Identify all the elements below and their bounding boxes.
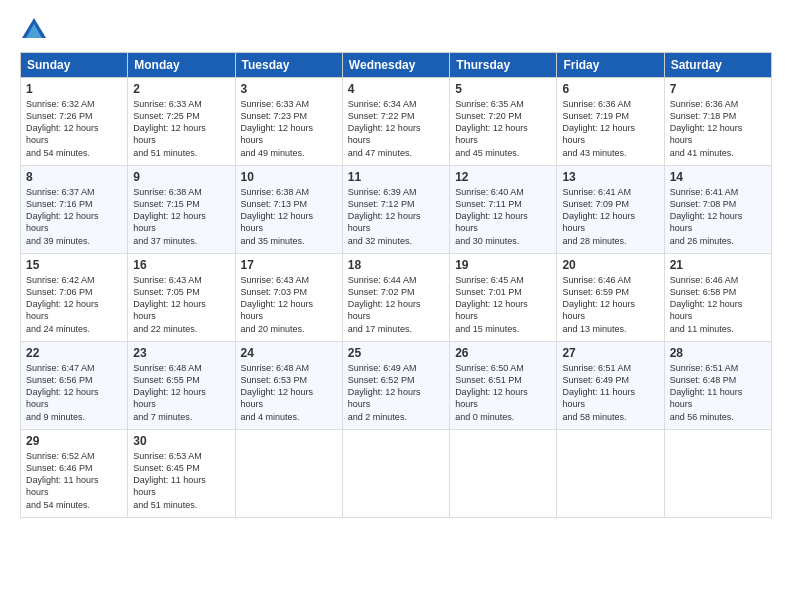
cell-content: Sunrise: 6:49 AM Sunset: 6:52 PM Dayligh…: [348, 362, 444, 423]
calendar-cell: 23 Sunrise: 6:48 AM Sunset: 6:55 PM Dayl…: [128, 342, 235, 430]
cell-content: Sunrise: 6:36 AM Sunset: 7:19 PM Dayligh…: [562, 98, 658, 159]
cell-content: Sunrise: 6:45 AM Sunset: 7:01 PM Dayligh…: [455, 274, 551, 335]
cell-content: Sunrise: 6:38 AM Sunset: 7:13 PM Dayligh…: [241, 186, 337, 247]
cell-content: Sunrise: 6:38 AM Sunset: 7:15 PM Dayligh…: [133, 186, 229, 247]
calendar-cell: 7 Sunrise: 6:36 AM Sunset: 7:18 PM Dayli…: [664, 78, 771, 166]
calendar-cell: [557, 430, 664, 518]
calendar-cell: 26 Sunrise: 6:50 AM Sunset: 6:51 PM Dayl…: [450, 342, 557, 430]
cell-content: Sunrise: 6:40 AM Sunset: 7:11 PM Dayligh…: [455, 186, 551, 247]
calendar-cell: 6 Sunrise: 6:36 AM Sunset: 7:19 PM Dayli…: [557, 78, 664, 166]
cell-content: Sunrise: 6:41 AM Sunset: 7:08 PM Dayligh…: [670, 186, 766, 247]
day-number: 30: [133, 434, 229, 448]
calendar-week-row: 1 Sunrise: 6:32 AM Sunset: 7:26 PM Dayli…: [21, 78, 772, 166]
cell-content: Sunrise: 6:44 AM Sunset: 7:02 PM Dayligh…: [348, 274, 444, 335]
calendar-cell: [342, 430, 449, 518]
cell-content: Sunrise: 6:51 AM Sunset: 6:48 PM Dayligh…: [670, 362, 766, 423]
day-number: 11: [348, 170, 444, 184]
day-number: 13: [562, 170, 658, 184]
cell-content: Sunrise: 6:35 AM Sunset: 7:20 PM Dayligh…: [455, 98, 551, 159]
day-number: 14: [670, 170, 766, 184]
day-number: 25: [348, 346, 444, 360]
calendar-cell: 28 Sunrise: 6:51 AM Sunset: 6:48 PM Dayl…: [664, 342, 771, 430]
calendar-cell: 13 Sunrise: 6:41 AM Sunset: 7:09 PM Dayl…: [557, 166, 664, 254]
calendar-cell: 11 Sunrise: 6:39 AM Sunset: 7:12 PM Dayl…: [342, 166, 449, 254]
calendar-cell: 5 Sunrise: 6:35 AM Sunset: 7:20 PM Dayli…: [450, 78, 557, 166]
cell-content: Sunrise: 6:53 AM Sunset: 6:45 PM Dayligh…: [133, 450, 229, 511]
calendar-header-row: SundayMondayTuesdayWednesdayThursdayFrid…: [21, 53, 772, 78]
calendar-cell: 25 Sunrise: 6:49 AM Sunset: 6:52 PM Dayl…: [342, 342, 449, 430]
calendar-cell: 14 Sunrise: 6:41 AM Sunset: 7:08 PM Dayl…: [664, 166, 771, 254]
logo: [20, 16, 52, 44]
calendar-header-saturday: Saturday: [664, 53, 771, 78]
calendar-cell: 4 Sunrise: 6:34 AM Sunset: 7:22 PM Dayli…: [342, 78, 449, 166]
cell-content: Sunrise: 6:37 AM Sunset: 7:16 PM Dayligh…: [26, 186, 122, 247]
calendar-cell: 17 Sunrise: 6:43 AM Sunset: 7:03 PM Dayl…: [235, 254, 342, 342]
cell-content: Sunrise: 6:33 AM Sunset: 7:25 PM Dayligh…: [133, 98, 229, 159]
cell-content: Sunrise: 6:51 AM Sunset: 6:49 PM Dayligh…: [562, 362, 658, 423]
calendar-header-friday: Friday: [557, 53, 664, 78]
calendar-cell: 12 Sunrise: 6:40 AM Sunset: 7:11 PM Dayl…: [450, 166, 557, 254]
calendar-cell: 1 Sunrise: 6:32 AM Sunset: 7:26 PM Dayli…: [21, 78, 128, 166]
calendar-cell: 19 Sunrise: 6:45 AM Sunset: 7:01 PM Dayl…: [450, 254, 557, 342]
cell-content: Sunrise: 6:34 AM Sunset: 7:22 PM Dayligh…: [348, 98, 444, 159]
day-number: 1: [26, 82, 122, 96]
day-number: 22: [26, 346, 122, 360]
calendar-header-sunday: Sunday: [21, 53, 128, 78]
page: SundayMondayTuesdayWednesdayThursdayFrid…: [0, 0, 792, 612]
calendar: SundayMondayTuesdayWednesdayThursdayFrid…: [20, 52, 772, 518]
calendar-week-row: 15 Sunrise: 6:42 AM Sunset: 7:06 PM Dayl…: [21, 254, 772, 342]
day-number: 5: [455, 82, 551, 96]
calendar-cell: 16 Sunrise: 6:43 AM Sunset: 7:05 PM Dayl…: [128, 254, 235, 342]
cell-content: Sunrise: 6:39 AM Sunset: 7:12 PM Dayligh…: [348, 186, 444, 247]
cell-content: Sunrise: 6:36 AM Sunset: 7:18 PM Dayligh…: [670, 98, 766, 159]
calendar-week-row: 8 Sunrise: 6:37 AM Sunset: 7:16 PM Dayli…: [21, 166, 772, 254]
day-number: 28: [670, 346, 766, 360]
day-number: 12: [455, 170, 551, 184]
calendar-cell: 18 Sunrise: 6:44 AM Sunset: 7:02 PM Dayl…: [342, 254, 449, 342]
calendar-cell: 3 Sunrise: 6:33 AM Sunset: 7:23 PM Dayli…: [235, 78, 342, 166]
calendar-header-wednesday: Wednesday: [342, 53, 449, 78]
calendar-week-row: 29 Sunrise: 6:52 AM Sunset: 6:46 PM Dayl…: [21, 430, 772, 518]
day-number: 9: [133, 170, 229, 184]
calendar-header-tuesday: Tuesday: [235, 53, 342, 78]
day-number: 2: [133, 82, 229, 96]
calendar-cell: 8 Sunrise: 6:37 AM Sunset: 7:16 PM Dayli…: [21, 166, 128, 254]
day-number: 19: [455, 258, 551, 272]
calendar-cell: 20 Sunrise: 6:46 AM Sunset: 6:59 PM Dayl…: [557, 254, 664, 342]
cell-content: Sunrise: 6:47 AM Sunset: 6:56 PM Dayligh…: [26, 362, 122, 423]
cell-content: Sunrise: 6:52 AM Sunset: 6:46 PM Dayligh…: [26, 450, 122, 511]
day-number: 6: [562, 82, 658, 96]
cell-content: Sunrise: 6:46 AM Sunset: 6:58 PM Dayligh…: [670, 274, 766, 335]
calendar-header-monday: Monday: [128, 53, 235, 78]
calendar-cell: 15 Sunrise: 6:42 AM Sunset: 7:06 PM Dayl…: [21, 254, 128, 342]
header: [20, 16, 772, 44]
day-number: 8: [26, 170, 122, 184]
day-number: 23: [133, 346, 229, 360]
calendar-cell: 9 Sunrise: 6:38 AM Sunset: 7:15 PM Dayli…: [128, 166, 235, 254]
calendar-week-row: 22 Sunrise: 6:47 AM Sunset: 6:56 PM Dayl…: [21, 342, 772, 430]
cell-content: Sunrise: 6:50 AM Sunset: 6:51 PM Dayligh…: [455, 362, 551, 423]
calendar-header-thursday: Thursday: [450, 53, 557, 78]
day-number: 7: [670, 82, 766, 96]
day-number: 15: [26, 258, 122, 272]
day-number: 24: [241, 346, 337, 360]
calendar-cell: [235, 430, 342, 518]
day-number: 18: [348, 258, 444, 272]
day-number: 21: [670, 258, 766, 272]
day-number: 20: [562, 258, 658, 272]
cell-content: Sunrise: 6:43 AM Sunset: 7:03 PM Dayligh…: [241, 274, 337, 335]
calendar-cell: 27 Sunrise: 6:51 AM Sunset: 6:49 PM Dayl…: [557, 342, 664, 430]
logo-icon: [20, 16, 48, 44]
calendar-cell: 10 Sunrise: 6:38 AM Sunset: 7:13 PM Dayl…: [235, 166, 342, 254]
day-number: 10: [241, 170, 337, 184]
calendar-cell: [450, 430, 557, 518]
day-number: 26: [455, 346, 551, 360]
day-number: 17: [241, 258, 337, 272]
cell-content: Sunrise: 6:48 AM Sunset: 6:55 PM Dayligh…: [133, 362, 229, 423]
day-number: 4: [348, 82, 444, 96]
day-number: 16: [133, 258, 229, 272]
cell-content: Sunrise: 6:43 AM Sunset: 7:05 PM Dayligh…: [133, 274, 229, 335]
calendar-cell: [664, 430, 771, 518]
cell-content: Sunrise: 6:48 AM Sunset: 6:53 PM Dayligh…: [241, 362, 337, 423]
day-number: 3: [241, 82, 337, 96]
